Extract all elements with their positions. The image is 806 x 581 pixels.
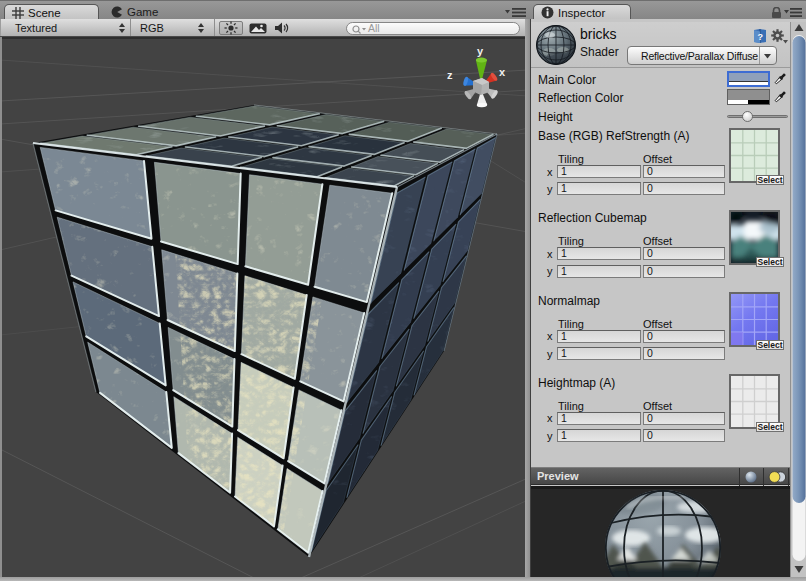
svg-text:y: y [477,45,484,57]
svg-text:?: ? [757,32,763,42]
svg-text:z: z [447,69,453,81]
svg-text:x: x [499,66,506,78]
